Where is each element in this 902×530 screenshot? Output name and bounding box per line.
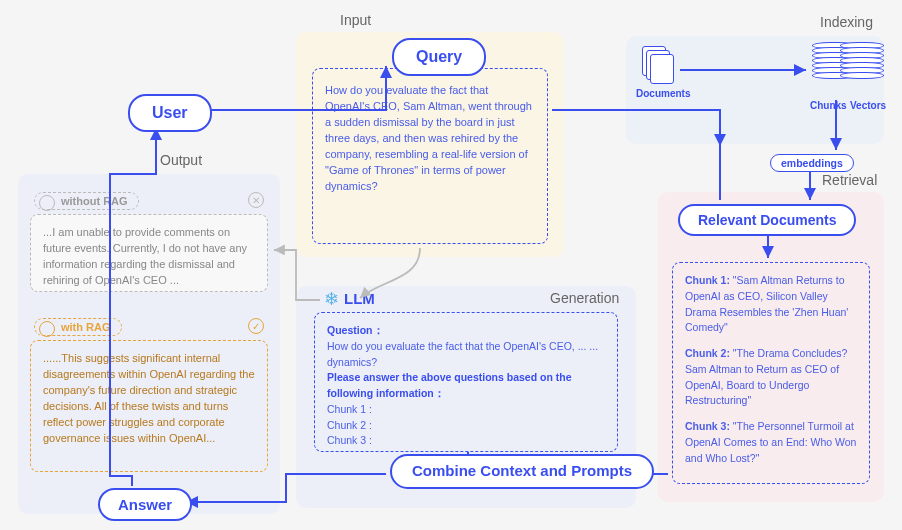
happy-face-icon <box>39 321 55 337</box>
label-generation: Generation <box>550 290 619 306</box>
snowflake-icon: ❄ <box>324 288 339 310</box>
answer-node: Answer <box>98 488 192 521</box>
chunks-box: Chunk 1: "Sam Altman Returns to OpenAI a… <box>672 262 870 484</box>
label-input: Input <box>340 12 371 28</box>
sad-face-icon <box>39 195 55 211</box>
generation-prompt-box: Question： How do you evaluate the fact t… <box>314 312 618 452</box>
chunk-2: Chunk 2: "The Drama Concludes? Sam Altma… <box>685 346 857 409</box>
documents-label: Documents <box>636 88 690 99</box>
without-rag-box: ...I am unable to provide comments on fu… <box>30 214 268 292</box>
without-rag-tag: without RAG <box>34 192 139 210</box>
chunks-label: Chunks <box>810 100 847 111</box>
chunk-1: Chunk 1: "Sam Altman Returns to OpenAI a… <box>685 273 857 336</box>
label-indexing: Indexing <box>820 14 873 30</box>
gen-question-text: How do you evaluate the fact that the Op… <box>327 340 598 368</box>
label-retrieval: Retrieval <box>822 172 877 188</box>
gen-line-3: Chunk 3 : <box>327 434 372 446</box>
vectors-label: Vectors <box>850 100 886 111</box>
gen-line-1: Chunk 1 : <box>327 403 372 415</box>
documents-icon <box>642 46 672 82</box>
combine-node: Combine Context and Prompts <box>390 454 654 489</box>
user-node: User <box>128 94 212 132</box>
relevant-docs-node: Relevant Documents <box>678 204 856 236</box>
gen-instruction: Please answer the above questions based … <box>327 371 572 399</box>
with-rag-tag: with RAG <box>34 318 122 336</box>
query-node: Query <box>392 38 486 76</box>
embeddings-node: embeddings <box>770 154 854 172</box>
vectors-stack-icon <box>840 42 884 77</box>
check-circle-icon: ✓ <box>248 318 264 334</box>
cross-circle-icon: ✕ <box>248 192 264 208</box>
llm-node: LLM <box>344 290 375 307</box>
gen-line-2: Chunk 2 : <box>327 419 372 431</box>
gen-question-label: Question： <box>327 324 384 336</box>
query-text: How do you evaluate the fact that OpenAI… <box>325 83 535 195</box>
query-text-box: How do you evaluate the fact that OpenAI… <box>312 68 548 244</box>
chunk-3: Chunk 3: "The Personnel Turmoil at OpenA… <box>685 419 857 466</box>
with-rag-box: ......This suggests significant internal… <box>30 340 268 472</box>
label-output: Output <box>160 152 202 168</box>
